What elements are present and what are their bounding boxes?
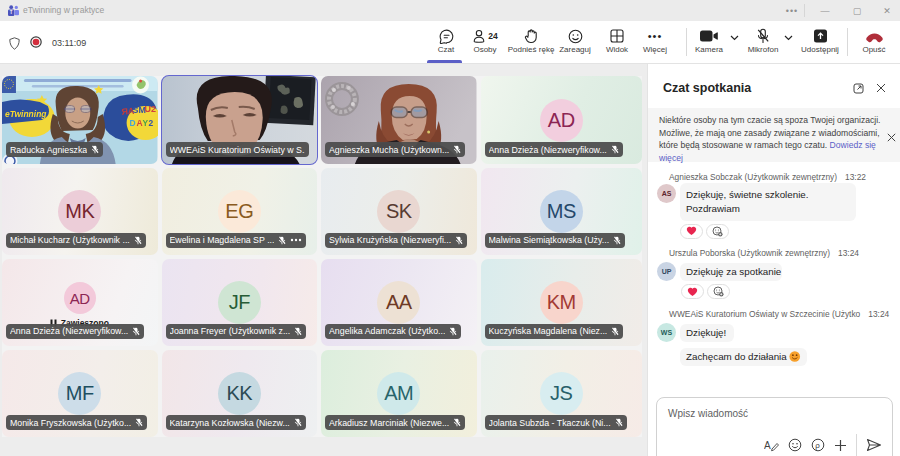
svg-text:U2: U2: [145, 104, 156, 114]
svg-text:D: D: [130, 118, 136, 128]
svg-text:A: A: [764, 440, 771, 451]
svg-text:ρ: ρ: [815, 441, 820, 450]
svg-text:2: 2: [149, 118, 154, 128]
svg-text:eTwinning: eTwinning: [5, 109, 47, 119]
svg-text:T: T: [10, 10, 13, 15]
